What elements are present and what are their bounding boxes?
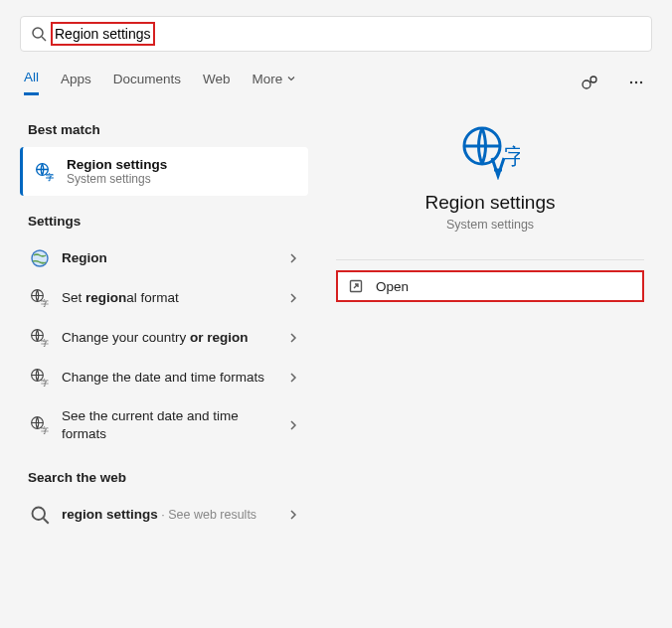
section-best-match: Best match <box>20 104 308 147</box>
detail-sub: System settings <box>446 218 534 232</box>
chevron-right-icon <box>288 252 298 264</box>
svg-text:字: 字 <box>504 144 520 169</box>
best-match-text: Region settings System settings <box>67 157 298 186</box>
setting-regional-format[interactable]: 字 Set regional format <box>20 278 308 318</box>
more-options-icon[interactable] <box>624 71 648 94</box>
tab-all[interactable]: All <box>24 70 39 95</box>
globe-icon <box>30 248 50 268</box>
globe-language-icon: 字 <box>30 328 50 348</box>
tab-documents[interactable]: Documents <box>113 72 181 94</box>
svg-text:字: 字 <box>41 425 49 434</box>
open-external-icon <box>348 278 364 294</box>
setting-datetime-formats[interactable]: 字 Change the date and time formats <box>20 358 308 397</box>
section-search-web: Search the web <box>20 452 308 495</box>
search-bar[interactable]: Region settings <box>20 16 652 52</box>
tab-more[interactable]: More <box>252 72 297 94</box>
svg-text:字: 字 <box>46 171 54 181</box>
globe-language-icon: 字 <box>460 124 520 180</box>
svg-point-10 <box>32 250 48 266</box>
svg-line-4 <box>589 81 591 82</box>
chevron-right-icon <box>288 372 298 384</box>
open-label: Open <box>376 279 409 294</box>
svg-point-0 <box>33 28 43 38</box>
svg-text:字: 字 <box>41 379 49 388</box>
svg-line-20 <box>44 519 49 524</box>
setting-datetime-label: Change the date and time formats <box>62 369 276 387</box>
best-match-sub: System settings <box>67 172 298 186</box>
setting-region[interactable]: Region <box>20 238 308 278</box>
detail-title: Region settings <box>425 192 556 214</box>
open-button[interactable]: Open <box>336 270 644 302</box>
tab-web[interactable]: Web <box>203 72 231 94</box>
detail-panel: 字 Region settings System settings Open <box>308 104 672 535</box>
chevron-right-icon <box>288 419 298 431</box>
globe-language-icon: 字 <box>30 415 50 435</box>
chevron-right-icon <box>288 332 298 344</box>
setting-country-region-label: Change your country or region <box>62 329 276 347</box>
globe-language-icon: 字 <box>35 162 55 182</box>
setting-region-label: Region <box>62 249 276 267</box>
best-match-item[interactable]: 字 Region settings System settings <box>20 147 308 196</box>
chevron-right-icon <box>288 509 298 521</box>
svg-point-5 <box>630 81 632 83</box>
svg-text:字: 字 <box>41 339 49 348</box>
setting-see-datetime[interactable]: 字 See the current date and time formats <box>20 397 308 452</box>
content: Best match 字 Region settings System sett… <box>0 96 672 535</box>
web-result-label: region settings · See web results <box>62 506 276 524</box>
filter-tabs: All Apps Documents Web More <box>0 60 672 96</box>
action-bar: Open <box>336 259 644 302</box>
setting-country-region[interactable]: 字 Change your country or region <box>20 318 308 358</box>
svg-line-1 <box>42 37 46 41</box>
setting-see-datetime-label: See the current date and time formats <box>62 407 276 442</box>
tab-more-label: More <box>252 72 283 86</box>
svg-point-6 <box>635 81 637 83</box>
globe-language-icon: 字 <box>30 288 50 308</box>
tab-apps[interactable]: Apps <box>61 72 91 94</box>
search-input-text: Region settings <box>51 22 155 46</box>
search-icon <box>30 505 50 525</box>
results-panel: Best match 字 Region settings System sett… <box>0 104 308 535</box>
web-result[interactable]: region settings · See web results <box>20 495 308 535</box>
svg-text:字: 字 <box>41 299 49 308</box>
svg-point-2 <box>583 80 590 88</box>
search-icon <box>31 26 47 42</box>
svg-point-7 <box>640 81 642 83</box>
globe-language-icon: 字 <box>30 368 50 388</box>
best-match-title: Region settings <box>67 157 298 172</box>
section-settings: Settings <box>20 196 308 238</box>
chevron-down-icon <box>286 74 296 83</box>
svg-point-19 <box>33 508 46 521</box>
recent-searches-icon[interactable] <box>577 70 602 95</box>
setting-regional-format-label: Set regional format <box>62 289 276 307</box>
chevron-right-icon <box>288 292 298 304</box>
